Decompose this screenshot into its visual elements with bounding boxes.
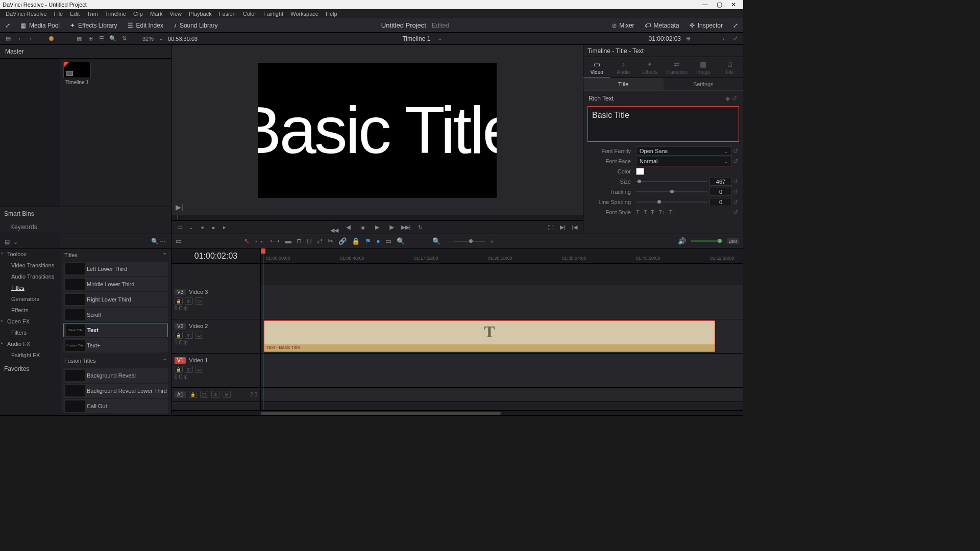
style-underline[interactable]: T — [644, 209, 647, 215]
viewer-scrubber[interactable] — [172, 215, 583, 220]
disable-track-icon[interactable]: ▭ — [195, 366, 203, 373]
replace-icon[interactable]: ⇄ — [317, 237, 323, 245]
title-item[interactable]: Background Reveal Lower Third — [63, 384, 168, 398]
solo-icon[interactable]: S — [211, 391, 219, 398]
nav-back-icon[interactable]: ‹ — [15, 35, 23, 43]
panel-expand-left[interactable]: ⤢ — [0, 18, 15, 32]
timeline-name[interactable]: Timeline 1 — [402, 35, 430, 42]
fxtree-titles[interactable]: Titles — [0, 282, 60, 293]
menu-workspace[interactable]: Workspace — [287, 11, 322, 17]
collapse-icon[interactable]: ⌃ — [162, 358, 167, 364]
menu-mark[interactable]: Mark — [146, 11, 166, 17]
fxtree-audiofx[interactable]: Audio FX — [0, 338, 60, 349]
next-frame-icon[interactable]: |▶ — [387, 223, 396, 232]
more-icon[interactable]: ⋯ — [38, 35, 46, 43]
auto-select-icon[interactable]: ◫ — [185, 297, 193, 305]
menu-view[interactable]: View — [166, 11, 185, 17]
master-bin[interactable]: Master — [0, 45, 171, 59]
selection-tool-icon[interactable]: ↖ — [244, 237, 250, 245]
zoom-chevron[interactable]: ⌄ — [157, 35, 165, 43]
fxtree-openfx[interactable]: Open FX — [0, 316, 60, 327]
volume-icon[interactable]: 🔊 — [678, 237, 686, 245]
menu-fairlight[interactable]: Fairlight — [260, 11, 287, 17]
lock-track-icon[interactable]: 🔒 — [175, 332, 183, 339]
fxtree-generators[interactable]: Generators — [0, 293, 60, 305]
insp-expand-icon[interactable]: ⤢ — [731, 35, 739, 43]
fontfamily-dropdown[interactable]: Open Sans⌄ — [636, 146, 732, 156]
reset-icon[interactable]: ↺ — [732, 158, 739, 165]
title-item[interactable]: Custom TitleText+ — [63, 338, 168, 353]
panel-soundlibrary[interactable]: ♪Sound Library — [168, 18, 223, 32]
subtab-title[interactable]: Title — [583, 78, 664, 91]
style-super[interactable]: T↑ — [658, 209, 665, 215]
trim-tool-icon[interactable]: ⫞⫟ — [255, 237, 265, 245]
auto-select-icon[interactable]: ◫ — [185, 366, 193, 373]
reset-icon[interactable]: ↺ — [732, 178, 739, 185]
last-frame-icon[interactable]: ▶▶| — [402, 223, 410, 232]
zoom-tl-icon[interactable]: 🔍 — [432, 237, 440, 245]
title-item[interactable]: Background Reveal — [63, 368, 168, 383]
fxtree-filters[interactable]: Filters — [0, 327, 60, 338]
volume-slider[interactable] — [691, 240, 722, 242]
linespacing-slider[interactable] — [636, 202, 707, 203]
play-icon[interactable]: ▶ — [373, 223, 381, 232]
flag-icon[interactable]: ⚑ — [365, 237, 371, 245]
gps-icon[interactable]: ⊕ — [684, 35, 692, 43]
track-v3-lane[interactable] — [261, 285, 743, 319]
disable-track-icon[interactable]: ▭ — [195, 297, 203, 305]
track-v1-badge[interactable]: V1 — [175, 357, 186, 364]
reset-icon[interactable]: ↺ — [732, 209, 739, 216]
tl-view-icon[interactable]: ▭ — [176, 237, 182, 245]
subtab-settings[interactable]: Settings — [664, 78, 744, 91]
collapse-icon[interactable]: ⌃ — [162, 252, 167, 259]
search-icon[interactable]: 🔍 — [109, 35, 117, 43]
out-icon[interactable]: ▶| — [558, 223, 567, 232]
fx-menu-icon[interactable]: ⋯ — [159, 237, 167, 245]
style-sub[interactable]: T↓ — [669, 209, 675, 215]
razor-icon[interactable]: ✂ — [328, 237, 333, 245]
panel-inspector[interactable]: ✜Inspector — [684, 18, 728, 32]
maximize-button[interactable]: ▢ — [712, 1, 726, 8]
zoom-percent[interactable]: 32% — [142, 36, 154, 42]
auto-select-icon[interactable]: ◫ — [185, 332, 193, 339]
bin-view-icon[interactable]: ▤ — [4, 35, 12, 43]
mark-icon[interactable]: ● — [209, 223, 217, 232]
overwrite-icon[interactable]: ⊔ — [307, 237, 312, 245]
lock-track-icon[interactable]: 🔒 — [189, 391, 197, 398]
lock-track-icon[interactable]: 🔒 — [175, 366, 183, 373]
panel-expand-right[interactable]: ⤢ — [728, 18, 743, 32]
blade-tool-icon[interactable]: ▬ — [285, 237, 291, 245]
fx-chevron-icon[interactable]: ⌄ — [11, 238, 19, 246]
timeline-timecode[interactable]: 01:00:02:03 — [172, 248, 260, 264]
inspector-tab-video[interactable]: ▭Video — [583, 60, 610, 78]
fxtree-video-transitions[interactable]: Video Transitions — [0, 260, 60, 271]
close-button[interactable]: ✕ — [726, 1, 741, 8]
menu-davinci[interactable]: DaVinci Resolve — [2, 11, 51, 17]
size-value[interactable]: 467 — [709, 178, 732, 186]
tracking-slider[interactable] — [636, 191, 707, 192]
thumb-view-icon[interactable]: ▦ — [75, 35, 83, 43]
clip-thumbnail[interactable]: Timeline 1 — [63, 62, 91, 85]
panel-editindex[interactable]: ☰Edit Index — [122, 18, 168, 32]
loop-icon[interactable]: ↻ — [416, 223, 424, 232]
smartbins-header[interactable]: Smart Bins — [0, 207, 171, 220]
track-v1-lane[interactable] — [261, 354, 743, 388]
title-item[interactable]: Right Lower Third — [63, 292, 168, 307]
skip-to-start-icon[interactable]: ▶| — [176, 203, 183, 211]
style-normal[interactable]: T — [636, 209, 640, 215]
first-frame-icon[interactable]: |◀◀ — [330, 223, 338, 232]
color-swatch[interactable] — [636, 168, 644, 175]
track-v2-lane[interactable]: T Text - Basic Title — [261, 319, 743, 354]
insp-back-icon[interactable]: ‹ — [720, 35, 728, 43]
menu-fusion[interactable]: Fusion — [215, 11, 239, 17]
viewer-canvas[interactable]: Basic Title ▶| — [172, 45, 583, 215]
title-item[interactable]: Left Lower Third — [63, 262, 168, 276]
panel-mixer[interactable]: ⎚Mixer — [607, 18, 639, 32]
minimize-button[interactable]: — — [698, 1, 712, 8]
reset-icon[interactable]: ↺ — [732, 198, 739, 206]
panel-mediapool[interactable]: ▦Media Pool — [15, 18, 65, 32]
menu-trim[interactable]: Trim — [83, 11, 102, 17]
fx-search-icon[interactable]: 🔍 — [151, 237, 159, 245]
title-item[interactable]: Scroll — [63, 308, 168, 322]
menu-clip[interactable]: Clip — [130, 11, 146, 17]
